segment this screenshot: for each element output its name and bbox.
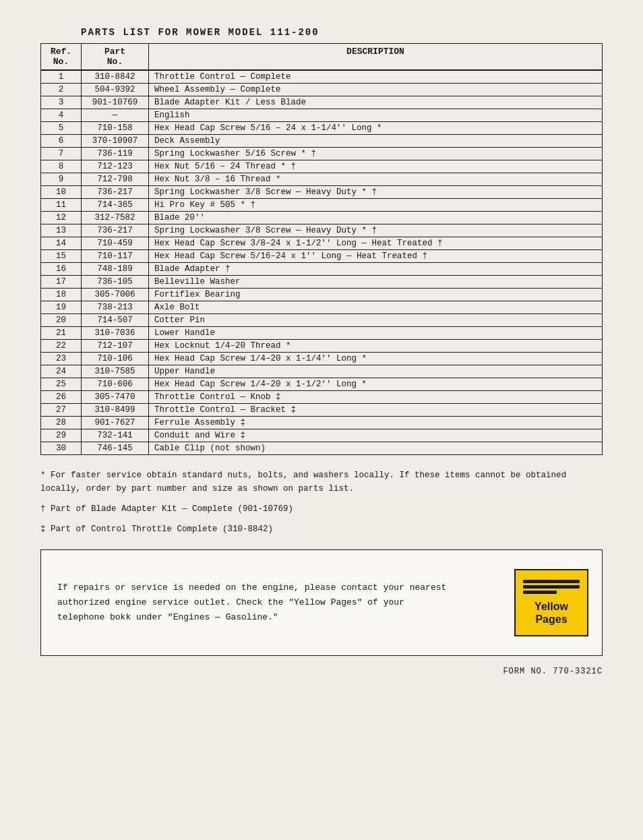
- footnotes: * For faster service obtain standard nut…: [40, 469, 603, 536]
- table-row: 13736-217Spring Lockwasher 3/8 Screw — H…: [41, 224, 603, 237]
- cell-part: 305-7006: [82, 289, 149, 301]
- yp-line-1: [523, 580, 580, 583]
- cell-part: 504-9392: [82, 84, 149, 96]
- cell-desc: Hex Head Cap Screw 5/16 – 24 x 1-1/4'' L…: [149, 122, 603, 135]
- cell-desc: Hex Locknut 1/4–20 Thread *: [149, 340, 603, 353]
- cell-ref: 28: [41, 417, 82, 429]
- cell-part: —: [82, 109, 149, 122]
- parts-table: Ref. No. Part No. DESCRIPTION 1310-8842T…: [40, 43, 603, 455]
- cell-part: 732-141: [82, 429, 149, 442]
- cell-part: 310-8499: [82, 404, 149, 417]
- cell-ref: 17: [41, 276, 82, 289]
- table-row: 20714-507Cotter Pin: [41, 314, 603, 327]
- cell-part: 714-365: [82, 199, 149, 212]
- cell-desc: Throttle Control — Knob ‡: [149, 391, 603, 404]
- table-row: 11714-365Hi Pro Key # 505 * †: [41, 199, 603, 212]
- cell-desc: Blade Adapter Kit / Less Blade: [149, 96, 603, 109]
- cell-desc: Hex Head Cap Screw 1/4–20 x 1-1/4'' Long…: [149, 353, 603, 365]
- cell-ref: 23: [41, 353, 82, 365]
- cell-ref: 7: [41, 148, 82, 160]
- page-title: PARTS LIST FOR MOWER MODEL 111-200: [81, 27, 603, 38]
- header-part: Part No.: [82, 44, 149, 71]
- cell-ref: 1: [41, 70, 82, 84]
- yp-line-3: [523, 591, 557, 594]
- table-row: 30746-145Cable Clip (not shown): [41, 442, 603, 455]
- cell-ref: 15: [41, 250, 82, 263]
- cell-desc: Spring Lockwasher 3/8 Screw — Heavy Duty…: [149, 224, 603, 237]
- table-row: 1310-8842Throttle Control — Complete: [41, 70, 603, 84]
- cell-desc: English: [149, 109, 603, 122]
- cell-ref: 13: [41, 224, 82, 237]
- cell-part: 710-606: [82, 378, 149, 391]
- cell-part: 738-213: [82, 301, 149, 314]
- cell-desc: Spring Lockwasher 3/8 Screw — Heavy Duty…: [149, 186, 603, 199]
- cell-desc: Conduit and Wire ‡: [149, 429, 603, 442]
- cell-desc: Upper Handle: [149, 365, 603, 378]
- table-row: 22712-107Hex Locknut 1/4–20 Thread *: [41, 340, 603, 353]
- cell-part: 901-7627: [82, 417, 149, 429]
- cell-ref: 2: [41, 84, 82, 96]
- service-box: If repairs or service is needed on the e…: [40, 549, 603, 656]
- table-row: 9712-798Hex Nut 3/8 – 16 Thread *: [41, 173, 603, 186]
- cell-ref: 18: [41, 289, 82, 301]
- cell-ref: 5: [41, 122, 82, 135]
- cell-ref: 29: [41, 429, 82, 442]
- table-row: 2504-9392Wheel Assembly — Complete: [41, 84, 603, 96]
- cell-ref: 25: [41, 378, 82, 391]
- cell-ref: 8: [41, 160, 82, 173]
- cell-ref: 24: [41, 365, 82, 378]
- cell-part: 710-117: [82, 250, 149, 263]
- cell-desc: Blade Adapter †: [149, 263, 603, 276]
- cell-desc: Cotter Pin: [149, 314, 603, 327]
- table-row: 25710-606Hex Head Cap Screw 1/4–20 x 1-1…: [41, 378, 603, 391]
- footnote-dagger: † Part of Blade Adapter Kit — Complete (…: [40, 502, 603, 516]
- cell-desc: Blade 20'': [149, 212, 603, 224]
- cell-desc: Throttle Control — Bracket ‡: [149, 404, 603, 417]
- cell-ref: 22: [41, 340, 82, 353]
- table-row: 12312-7582Blade 20'': [41, 212, 603, 224]
- cell-desc: Throttle Control — Complete: [149, 70, 603, 84]
- cell-ref: 20: [41, 314, 82, 327]
- cell-desc: Ferrule Assembly ‡: [149, 417, 603, 429]
- header-ref: Ref. No.: [41, 44, 82, 71]
- cell-part: 310-7585: [82, 365, 149, 378]
- cell-ref: 10: [41, 186, 82, 199]
- cell-part: 736-105: [82, 276, 149, 289]
- table-row: 10736-217Spring Lockwasher 3/8 Screw — H…: [41, 186, 603, 199]
- cell-part: 710-158: [82, 122, 149, 135]
- table-row: 7736-119Spring Lockwasher 5/16 Screw * †: [41, 148, 603, 160]
- cell-ref: 11: [41, 199, 82, 212]
- cell-ref: 26: [41, 391, 82, 404]
- cell-desc: Hi Pro Key # 505 * †: [149, 199, 603, 212]
- table-row: 14710-459Hex Head Cap Screw 3/8–24 x 1-1…: [41, 237, 603, 250]
- cell-part: 305-7470: [82, 391, 149, 404]
- yp-line-2: [523, 585, 580, 589]
- cell-ref: 4: [41, 109, 82, 122]
- cell-part: 370-10907: [82, 135, 149, 148]
- table-row: 26305-7470Throttle Control — Knob ‡: [41, 391, 603, 404]
- cell-part: 901-10769: [82, 96, 149, 109]
- cell-ref: 9: [41, 173, 82, 186]
- cell-ref: 21: [41, 327, 82, 340]
- table-row: 24310-7585Upper Handle: [41, 365, 603, 378]
- cell-part: 736-217: [82, 224, 149, 237]
- cell-desc: Axle Bolt: [149, 301, 603, 314]
- cell-desc: Hex Head Cap Screw 3/8–24 x 1-1/2'' Long…: [149, 237, 603, 250]
- header-desc: DESCRIPTION: [149, 44, 603, 71]
- cell-ref: 27: [41, 404, 82, 417]
- cell-part: 736-217: [82, 186, 149, 199]
- table-row: 4—English: [41, 109, 603, 122]
- form-number: FORM NO. 770-3321C: [40, 667, 603, 676]
- cell-desc: Cable Clip (not shown): [149, 442, 603, 455]
- cell-ref: 6: [41, 135, 82, 148]
- cell-part: 736-119: [82, 148, 149, 160]
- table-row: 23710-106Hex Head Cap Screw 1/4–20 x 1-1…: [41, 353, 603, 365]
- cell-desc: Hex Head Cap Screw 5/16–24 x 1'' Long — …: [149, 250, 603, 263]
- cell-part: 748-189: [82, 263, 149, 276]
- cell-part: 710-106: [82, 353, 149, 365]
- table-row: 6370-10907Deck Assembly: [41, 135, 603, 148]
- cell-desc: Spring Lockwasher 5/16 Screw * †: [149, 148, 603, 160]
- cell-ref: 3: [41, 96, 82, 109]
- cell-part: 712-107: [82, 340, 149, 353]
- cell-ref: 16: [41, 263, 82, 276]
